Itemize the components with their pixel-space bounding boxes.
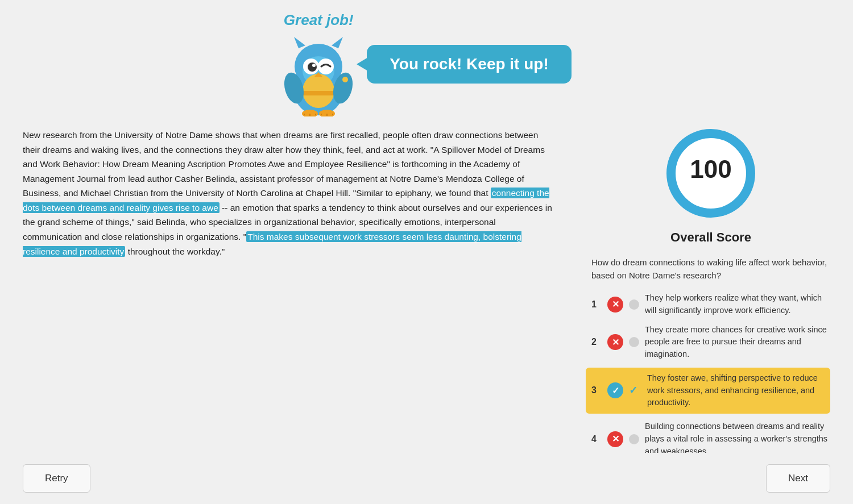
svg-point-10 [312, 64, 316, 67]
overall-score-label: Overall Score [670, 230, 751, 245]
header-area: Great job! [0, 0, 853, 116]
option-row-1: 1 ✕ They help workers realize what they … [591, 292, 830, 317]
speech-bubble: You rock! Keep it up! [367, 45, 572, 84]
bottom-bar: Retry Next [0, 453, 853, 504]
passage-before: New research from the University of Notr… [23, 130, 545, 198]
option-text-4: Building connections between dreams and … [645, 420, 830, 457]
svg-point-9 [308, 63, 317, 72]
option-row-3: 3 ✓ ✓ They foster awe, shifting perspect… [586, 368, 830, 414]
correct-icon-3: ✓ [607, 382, 623, 398]
option-row-4: 4 ✕ Building connections between dreams … [591, 420, 830, 457]
option-number-1: 1 [591, 299, 602, 310]
option-number-2: 2 [591, 337, 602, 347]
question-text: How do dream connections to waking life … [591, 256, 830, 282]
option-circle-2 [629, 337, 639, 347]
main-content: New research from the University of Notr… [0, 128, 853, 457]
retry-button[interactable]: Retry [23, 464, 90, 493]
option-text-1: They help workers realize what they want… [645, 292, 830, 317]
score-panel: 100 Overall Score How do dream connectio… [591, 128, 830, 457]
option-text-2: They create more chances for creative wo… [645, 324, 830, 361]
check-icon-3: ✓ [629, 384, 641, 397]
wrong-icon-4: ✕ [607, 431, 623, 447]
great-job-text: Great job! [284, 11, 354, 29]
score-value: 100 [690, 155, 731, 183]
option-number-3: 3 [591, 385, 602, 395]
options-list: 1 ✕ They help workers realize what they … [591, 292, 830, 457]
svg-point-22 [342, 77, 348, 82]
svg-point-8 [318, 59, 334, 74]
wrong-icon-1: ✕ [607, 297, 623, 313]
svg-marker-3 [332, 37, 343, 48]
svg-marker-2 [294, 37, 305, 48]
score-circle-svg: 100 [665, 128, 756, 219]
option-row-2: 2 ✕ They create more chances for creativ… [591, 324, 830, 361]
passage-text: New research from the University of Notr… [23, 128, 557, 259]
option-text-3: They foster awe, shifting perspective to… [647, 372, 825, 409]
speech-bubble-text: You rock! Keep it up! [390, 55, 549, 73]
passage-end: throughout the workday." [125, 247, 225, 256]
option-circle-1 [629, 299, 639, 310]
option-number-4: 4 [591, 434, 602, 444]
wrong-icon-2: ✕ [607, 334, 623, 350]
score-circle-container: 100 [665, 128, 756, 221]
svg-rect-6 [303, 91, 334, 95]
next-button[interactable]: Next [766, 464, 830, 493]
owl-mascot [281, 31, 355, 116]
option-circle-4 [629, 434, 639, 444]
